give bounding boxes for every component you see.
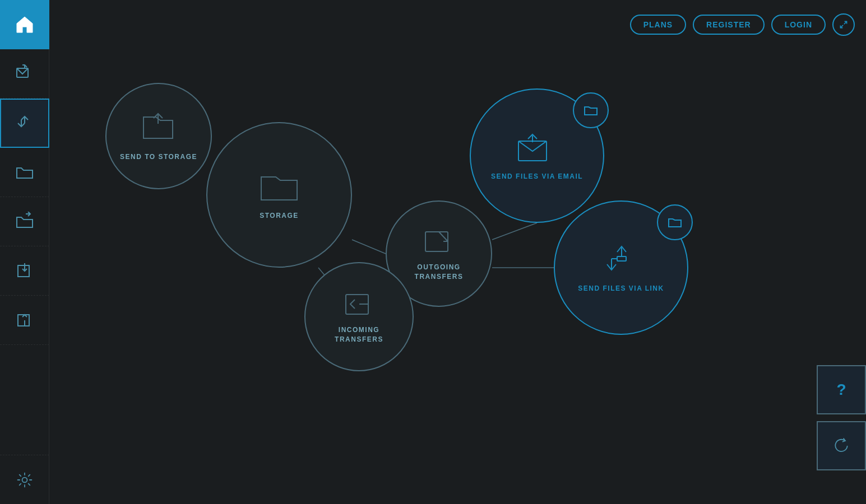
sidebar-item-transfer[interactable] — [0, 99, 49, 148]
expand-button[interactable] — [832, 13, 855, 36]
svg-rect-26 — [617, 256, 626, 261]
sidebar-item-incoming[interactable] — [0, 246, 49, 296]
node-link[interactable]: SEND FILES VIA LINK — [554, 200, 688, 335]
svg-line-15 — [492, 223, 537, 240]
sidebar — [0, 0, 49, 504]
send-storage-label: SEND TO STORAGE — [120, 152, 197, 162]
node-email[interactable]: SEND FILES VIA EMAIL — [470, 88, 604, 223]
login-button[interactable]: LOGIN — [771, 15, 826, 35]
node-send-storage[interactable]: SEND TO STORAGE — [105, 83, 212, 189]
header: PLANS REGISTER LOGIN — [49, 0, 866, 49]
sidebar-item-outgoing[interactable] — [0, 296, 49, 345]
sidebar-item-home[interactable] — [0, 0, 49, 49]
sidebar-item-send-email[interactable] — [0, 49, 49, 99]
node-incoming[interactable]: INCOMING TRANSFERS — [304, 262, 414, 371]
svg-point-9 — [22, 477, 27, 482]
svg-rect-5 — [18, 265, 29, 277]
sidebar-item-settings[interactable] — [0, 455, 49, 504]
link-folder-badge[interactable] — [657, 204, 693, 240]
email-label: SEND FILES VIA EMAIL — [491, 172, 583, 181]
node-storage[interactable]: STORAGE — [206, 122, 352, 268]
incoming-label: INCOMING TRANSFERS — [335, 325, 383, 344]
sidebar-item-send-folder[interactable] — [0, 197, 49, 246]
link-label: SEND FILES VIA LINK — [578, 284, 664, 293]
sidebar-item-folder[interactable] — [0, 148, 49, 197]
outgoing-label: OUTGOING TRANSFERS — [415, 263, 464, 282]
reload-button[interactable] — [817, 421, 866, 470]
email-folder-badge[interactable] — [573, 92, 609, 128]
svg-line-13 — [352, 240, 386, 254]
storage-label: STORAGE — [260, 211, 299, 221]
main-canvas: STORAGE SEND TO STORAGE OUTGOING TRANSFE… — [49, 49, 866, 504]
help-button[interactable]: ? — [817, 365, 866, 414]
plans-button[interactable]: PLANS — [630, 15, 686, 35]
register-button[interactable]: REGISTER — [693, 15, 765, 35]
